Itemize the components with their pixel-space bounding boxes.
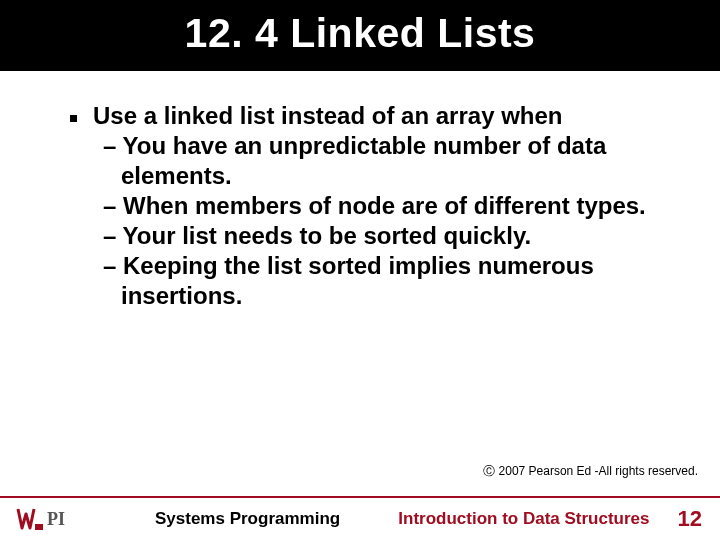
bullet-lead-text: Use a linked list instead of an array wh… [93, 101, 680, 131]
footer-center-text: Introduction to Data Structures [398, 509, 649, 529]
svg-rect-0 [35, 524, 43, 530]
sub-text: When members of node are of different ty… [123, 192, 646, 219]
slide-title: 12. 4 Linked Lists [0, 0, 720, 71]
copyright-text: Ⓒ 2007 Pearson Ed -All rights reserved. [483, 463, 698, 480]
sub-text: Keeping the list sorted implies numerous… [121, 252, 594, 309]
sub-item: – Keeping the list sorted implies numero… [93, 251, 680, 311]
sub-item: – Your list needs to be sorted quickly. [93, 221, 680, 251]
footer-left-text: Systems Programming [155, 509, 340, 529]
bullet-icon [70, 115, 77, 122]
sub-text: Your list needs to be sorted quickly. [123, 222, 532, 249]
wpi-logo: PI [14, 506, 85, 532]
wpi-logo-icon [14, 506, 44, 532]
slide-body: Use a linked list instead of an array wh… [0, 71, 720, 311]
slide-footer: PI Systems Programming Introduction to D… [0, 496, 720, 540]
wpi-logo-text-icon: PI [47, 508, 85, 530]
bullet-item: Use a linked list instead of an array wh… [70, 101, 680, 311]
sub-item: – When members of node are of different … [93, 191, 680, 221]
svg-text:PI: PI [47, 509, 65, 529]
sub-text: You have an unpredictable number of data… [121, 132, 606, 189]
page-number: 12 [678, 506, 702, 532]
sub-item: – You have an unpredictable number of da… [93, 131, 680, 191]
